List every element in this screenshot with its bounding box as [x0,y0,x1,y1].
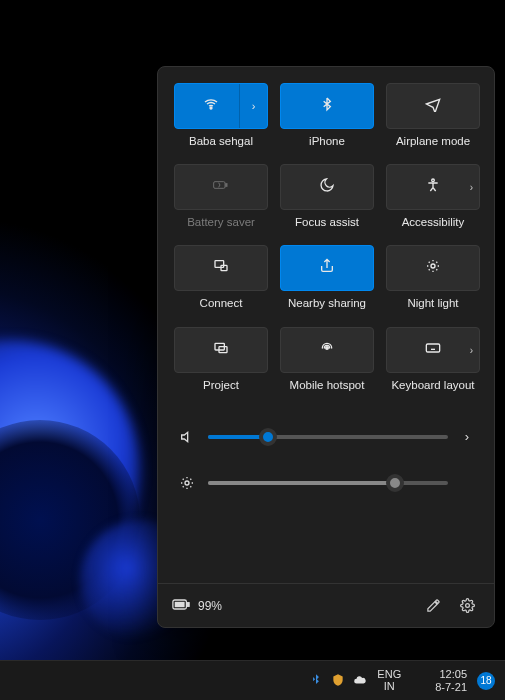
quick-settings-panel: ›Baba sehgaliPhoneAirplane modeBattery s… [157,66,495,628]
svg-rect-10 [426,344,439,352]
quick-settings-grid: ›Baba sehgaliPhoneAirplane modeBattery s… [158,67,494,408]
svg-point-0 [210,107,212,109]
wifi-tile[interactable]: › [174,83,268,129]
svg-rect-14 [175,601,185,606]
onedrive-tray-icon[interactable] [353,673,367,689]
volume-row: › [178,414,474,460]
bluetooth-tile[interactable] [280,83,374,129]
wifi-label: Baba sehgal [189,135,253,148]
clock[interactable]: 12:05 8-7-21 [435,668,467,692]
airplane-mode-icon [425,96,441,116]
volume-expand-chevron[interactable]: › [460,429,474,444]
wifi-expand-button[interactable]: › [239,84,267,128]
brightness-slider[interactable] [208,481,448,485]
svg-point-9 [326,346,329,349]
brightness-row: › [178,460,474,506]
project-icon [213,340,229,360]
security-tray-icon[interactable] [331,673,345,689]
focus-assist-icon [319,177,335,197]
night-light-label: Night light [407,297,458,310]
accessibility-label: Accessibility [402,216,465,229]
focus-assist-tile[interactable] [280,164,374,210]
svg-rect-2 [226,184,227,187]
battery-saver-label: Battery saver [187,216,255,229]
notification-badge[interactable]: 18 [477,672,495,690]
quick-settings-footer: 99% [158,583,494,627]
project-tile[interactable] [174,327,268,373]
battery-saver-tile [174,164,268,210]
sliders-section: › › [158,408,494,516]
volume-slider[interactable] [208,435,448,439]
connect-tile[interactable] [174,245,268,291]
battery-icon [172,599,190,613]
mobile-hotspot-icon [319,340,335,360]
chevron-right-icon: › [470,182,473,193]
language-line2: IN [377,681,401,693]
svg-point-15 [465,604,469,608]
time-text: 12:05 [435,668,467,680]
edit-quick-settings-button[interactable] [420,593,446,619]
system-icons[interactable] [411,675,425,687]
svg-point-6 [431,264,435,268]
bluetooth-tray-icon[interactable] [309,673,323,689]
settings-button[interactable] [454,593,480,619]
language-indicator[interactable]: ENG IN [377,669,401,692]
project-label: Project [203,379,239,392]
bluetooth-label: iPhone [309,135,345,148]
keyboard-layout-label: Keyboard layout [391,379,474,392]
mobile-hotspot-label: Mobile hotspot [290,379,365,392]
nearby-sharing-tile[interactable] [280,245,374,291]
svg-rect-4 [215,261,224,268]
language-line1: ENG [377,669,401,681]
chevron-right-icon: › [470,344,473,355]
svg-point-11 [185,481,189,485]
battery-percent-text: 99% [198,599,222,613]
taskbar: ENG IN 12:05 8-7-21 18 [0,660,505,700]
connect-icon [213,258,229,278]
battery-saver-icon [213,177,229,197]
night-light-icon [425,258,441,278]
nearby-sharing-label: Nearby sharing [288,297,366,310]
airplane-mode-label: Airplane mode [396,135,470,148]
nearby-sharing-icon [319,258,335,278]
keyboard-layout-icon [425,340,441,360]
connect-label: Connect [200,297,243,310]
keyboard-layout-tile[interactable]: › [386,327,480,373]
night-light-tile[interactable] [386,245,480,291]
svg-point-3 [432,179,435,182]
mobile-hotspot-tile[interactable] [280,327,374,373]
accessibility-icon [425,177,441,197]
accessibility-tile[interactable]: › [386,164,480,210]
volume-icon [178,429,196,445]
focus-assist-label: Focus assist [295,216,359,229]
bluetooth-icon [319,96,335,116]
date-text: 8-7-21 [435,681,467,693]
brightness-icon [178,475,196,491]
wifi-icon [203,96,219,116]
airplane-mode-tile[interactable] [386,83,480,129]
system-tray[interactable] [309,673,367,689]
svg-rect-13 [187,602,189,606]
